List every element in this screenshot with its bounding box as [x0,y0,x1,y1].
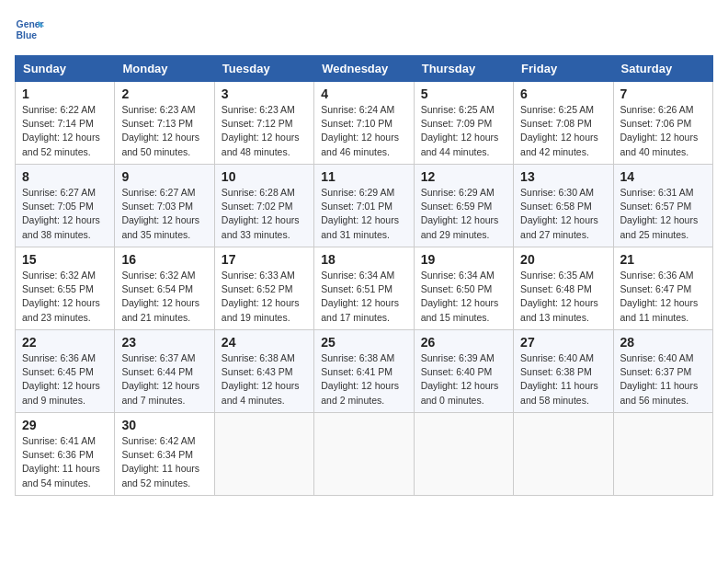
calendar-cell: 14Sunrise: 6:31 AMSunset: 6:57 PMDayligh… [613,165,712,247]
day-number: 7 [620,86,706,101]
week-row-5: 29Sunrise: 6:41 AMSunset: 6:36 PMDayligh… [16,413,713,496]
day-detail: Sunrise: 6:28 AMSunset: 7:02 PMDaylight:… [222,186,307,242]
week-row-3: 15Sunrise: 6:32 AMSunset: 6:55 PMDayligh… [16,247,713,330]
calendar-cell: 21Sunrise: 6:36 AMSunset: 6:47 PMDayligh… [613,247,712,330]
day-number: 30 [121,418,207,432]
day-number: 25 [321,335,406,350]
week-row-4: 22Sunrise: 6:36 AMSunset: 6:45 PMDayligh… [16,330,713,413]
day-detail: Sunrise: 6:29 AMSunset: 6:59 PMDaylight:… [421,186,506,242]
header-day-wednesday: Wednesday [314,56,414,82]
day-detail: Sunrise: 6:22 AMSunset: 7:14 PMDaylight:… [22,103,108,159]
calendar-cell: 8Sunrise: 6:27 AMSunset: 7:05 PMDaylight… [16,165,115,247]
day-detail: Sunrise: 6:32 AMSunset: 6:54 PMDaylight:… [121,269,207,325]
calendar-cell: 19Sunrise: 6:34 AMSunset: 6:50 PMDayligh… [414,247,513,330]
day-detail: Sunrise: 6:40 AMSunset: 6:38 PMDaylight:… [520,351,606,408]
day-number: 2 [121,86,207,101]
day-detail: Sunrise: 6:35 AMSunset: 6:48 PMDaylight:… [520,269,606,325]
day-number: 27 [520,335,606,350]
day-detail: Sunrise: 6:38 AMSunset: 6:43 PMDaylight:… [222,351,307,408]
header-day-tuesday: Tuesday [214,56,313,82]
day-number: 23 [121,335,207,350]
day-number: 22 [22,335,108,350]
day-detail: Sunrise: 6:36 AMSunset: 6:45 PMDaylight:… [22,351,108,408]
day-detail: Sunrise: 6:24 AMSunset: 7:10 PMDaylight:… [321,103,406,159]
day-number: 21 [620,252,706,267]
day-detail: Sunrise: 6:25 AMSunset: 7:08 PMDaylight:… [520,103,606,159]
day-detail: Sunrise: 6:42 AMSunset: 6:34 PMDaylight:… [121,434,207,490]
calendar-cell: 3Sunrise: 6:23 AMSunset: 7:12 PMDaylight… [214,82,313,165]
calendar-cell: 16Sunrise: 6:32 AMSunset: 6:54 PMDayligh… [115,247,214,330]
day-detail: Sunrise: 6:31 AMSunset: 6:57 PMDaylight:… [620,186,706,242]
calendar-cell: 29Sunrise: 6:41 AMSunset: 6:36 PMDayligh… [16,413,115,496]
calendar-cell: 10Sunrise: 6:28 AMSunset: 7:02 PMDayligh… [214,165,313,247]
calendar-cell [514,413,613,496]
header-day-saturday: Saturday [613,56,712,82]
calendar-cell: 11Sunrise: 6:29 AMSunset: 7:01 PMDayligh… [314,165,414,247]
calendar-cell [214,413,313,496]
calendar-cell: 5Sunrise: 6:25 AMSunset: 7:09 PMDaylight… [414,82,513,165]
page-header: General Blue [15,15,713,44]
day-detail: Sunrise: 6:38 AMSunset: 6:41 PMDaylight:… [321,351,406,408]
calendar-cell [613,413,712,496]
day-number: 18 [321,252,406,267]
calendar-cell: 22Sunrise: 6:36 AMSunset: 6:45 PMDayligh… [16,330,115,413]
day-detail: Sunrise: 6:36 AMSunset: 6:47 PMDaylight:… [620,269,706,325]
day-number: 26 [421,335,506,350]
day-number: 6 [520,86,606,101]
header-day-monday: Monday [115,56,214,82]
calendar-header: SundayMondayTuesdayWednesdayThursdayFrid… [16,56,713,82]
day-number: 16 [121,252,207,267]
calendar-cell: 15Sunrise: 6:32 AMSunset: 6:55 PMDayligh… [16,247,115,330]
logo-icon: General Blue [15,15,44,44]
day-detail: Sunrise: 6:39 AMSunset: 6:40 PMDaylight:… [421,351,506,408]
day-number: 5 [421,86,506,101]
day-detail: Sunrise: 6:23 AMSunset: 7:13 PMDaylight:… [121,103,207,159]
calendar-cell: 2Sunrise: 6:23 AMSunset: 7:13 PMDaylight… [115,82,214,165]
day-detail: Sunrise: 6:40 AMSunset: 6:37 PMDaylight:… [620,351,706,408]
header-day-friday: Friday [514,56,613,82]
calendar-cell: 4Sunrise: 6:24 AMSunset: 7:10 PMDaylight… [314,82,414,165]
calendar-cell: 24Sunrise: 6:38 AMSunset: 6:43 PMDayligh… [214,330,313,413]
day-number: 13 [520,169,606,184]
day-detail: Sunrise: 6:27 AMSunset: 7:05 PMDaylight:… [22,186,108,242]
calendar-cell: 23Sunrise: 6:37 AMSunset: 6:44 PMDayligh… [115,330,214,413]
day-number: 12 [421,169,506,184]
calendar-cell: 12Sunrise: 6:29 AMSunset: 6:59 PMDayligh… [414,165,513,247]
day-number: 14 [620,169,706,184]
day-number: 19 [421,252,506,267]
calendar-cell: 27Sunrise: 6:40 AMSunset: 6:38 PMDayligh… [514,330,613,413]
calendar-cell: 9Sunrise: 6:27 AMSunset: 7:03 PMDaylight… [115,165,214,247]
day-number: 11 [321,169,406,184]
day-number: 17 [222,252,307,267]
calendar-body: 1Sunrise: 6:22 AMSunset: 7:14 PMDaylight… [16,82,713,496]
header-row: SundayMondayTuesdayWednesdayThursdayFrid… [16,56,713,82]
day-number: 4 [321,86,406,101]
day-number: 29 [22,418,108,432]
svg-text:Blue: Blue [17,30,38,40]
day-number: 28 [620,335,706,350]
header-day-sunday: Sunday [16,56,115,82]
day-detail: Sunrise: 6:34 AMSunset: 6:50 PMDaylight:… [421,269,506,325]
calendar-cell [414,413,513,496]
day-detail: Sunrise: 6:27 AMSunset: 7:03 PMDaylight:… [121,186,207,242]
week-row-1: 1Sunrise: 6:22 AMSunset: 7:14 PMDaylight… [16,82,713,165]
calendar-cell: 30Sunrise: 6:42 AMSunset: 6:34 PMDayligh… [115,413,214,496]
day-number: 3 [222,86,307,101]
logo: General Blue [15,15,48,44]
day-number: 15 [22,252,108,267]
day-number: 1 [22,86,108,101]
day-number: 10 [222,169,307,184]
week-row-2: 8Sunrise: 6:27 AMSunset: 7:05 PMDaylight… [16,165,713,247]
calendar-cell: 17Sunrise: 6:33 AMSunset: 6:52 PMDayligh… [214,247,313,330]
day-detail: Sunrise: 6:37 AMSunset: 6:44 PMDaylight:… [121,351,207,408]
calendar-cell: 18Sunrise: 6:34 AMSunset: 6:51 PMDayligh… [314,247,414,330]
header-day-thursday: Thursday [414,56,513,82]
day-number: 24 [222,335,307,350]
day-number: 8 [22,169,108,184]
calendar-cell [314,413,414,496]
calendar-cell: 13Sunrise: 6:30 AMSunset: 6:58 PMDayligh… [514,165,613,247]
day-number: 20 [520,252,606,267]
calendar-cell: 25Sunrise: 6:38 AMSunset: 6:41 PMDayligh… [314,330,414,413]
day-detail: Sunrise: 6:25 AMSunset: 7:09 PMDaylight:… [421,103,506,159]
day-detail: Sunrise: 6:23 AMSunset: 7:12 PMDaylight:… [222,103,307,159]
